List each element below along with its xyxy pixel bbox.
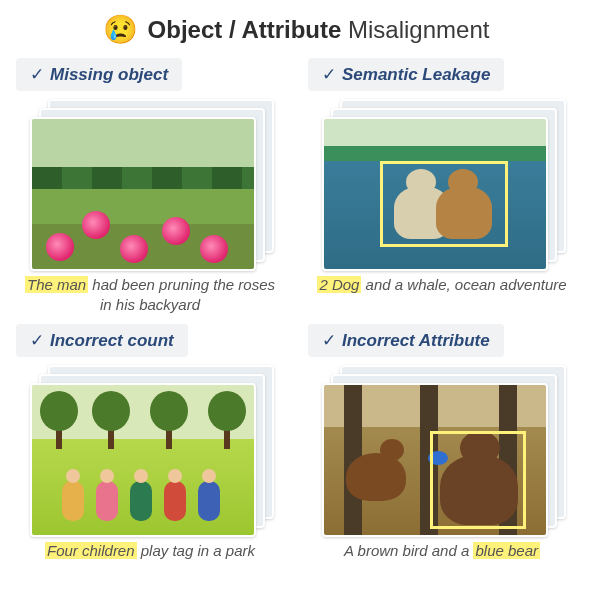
check-icon: ✓ — [30, 330, 44, 351]
subheader-label: Incorrect Attribute — [342, 331, 490, 351]
thumbnail-garden — [32, 119, 254, 269]
page-header: 😢 Object / Attribute Misalignment — [16, 16, 576, 44]
thumbnail-forest — [324, 385, 546, 535]
caption-pre: A brown bird and a — [344, 542, 474, 559]
check-icon: ✓ — [322, 64, 336, 85]
page-title-strong: Object / Attribute — [148, 16, 342, 43]
subheader-missing-object: ✓ Missing object — [16, 58, 182, 91]
cell-incorrect-count: ✓ Incorrect count Four children play tag… — [16, 324, 284, 561]
stack-card-front — [322, 383, 548, 537]
image-stack — [322, 365, 562, 535]
subheader-incorrect-attribute: ✓ Incorrect Attribute — [308, 324, 504, 357]
cell-incorrect-attribute: ✓ Incorrect Attribute A brown bird and a… — [308, 324, 576, 561]
subheader-incorrect-count: ✓ Incorrect count — [16, 324, 188, 357]
roi-box — [430, 431, 526, 529]
subheader-label: Semantic Leakage — [342, 65, 490, 85]
caption-highlight: Four children — [45, 542, 137, 559]
subheader-semantic-leakage: ✓ Semantic Leakage — [308, 58, 504, 91]
page-title-rest: Misalignment — [341, 16, 489, 43]
page-title: Object / Attribute Misalignment — [148, 16, 490, 44]
caption-post: had been pruning the roses in his backya… — [88, 276, 275, 313]
roi-box — [380, 161, 508, 247]
subheader-label: Incorrect count — [50, 331, 174, 351]
caption-post: play tag in a park — [137, 542, 255, 559]
cry-emoji-icon: 😢 — [103, 16, 138, 44]
image-stack — [30, 99, 270, 269]
thumbnail-park — [32, 385, 254, 535]
image-stack — [30, 365, 270, 535]
caption: The man had been pruning the roses in hi… — [25, 275, 275, 314]
stack-card-front — [322, 117, 548, 271]
caption: Four children play tag in a park — [45, 541, 255, 561]
caption-post: and a whale, ocean adventure — [361, 276, 566, 293]
check-icon: ✓ — [30, 64, 44, 85]
thumbnail-ocean — [324, 119, 546, 269]
image-stack — [322, 99, 562, 269]
stack-card-front — [30, 117, 256, 271]
caption-highlight: 2 Dog — [317, 276, 361, 293]
cell-missing-object: ✓ Missing object The man had been prunin… — [16, 58, 284, 314]
examples-grid: ✓ Missing object The man had been prunin… — [16, 58, 576, 561]
subheader-label: Missing object — [50, 65, 168, 85]
caption-highlight: blue bear — [473, 542, 540, 559]
caption: A brown bird and a blue bear — [344, 541, 540, 561]
check-icon: ✓ — [322, 330, 336, 351]
caption: 2 Dog and a whale, ocean adventure — [317, 275, 566, 295]
cell-semantic-leakage: ✓ Semantic Leakage 2 Dog and a whale, oc… — [308, 58, 576, 314]
caption-highlight: The man — [25, 276, 88, 293]
stack-card-front — [30, 383, 256, 537]
